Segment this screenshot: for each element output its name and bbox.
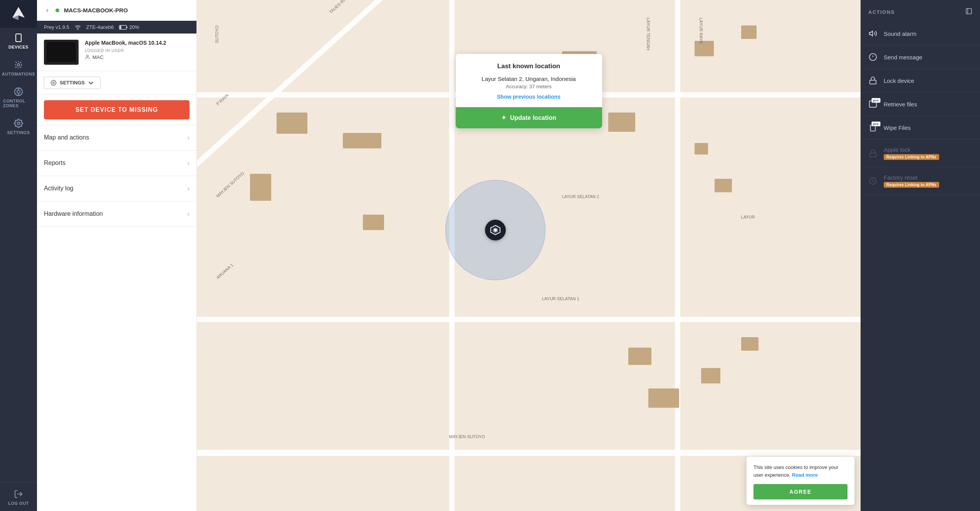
sidebar-header: ‹ MACS-MACBOOK-PRO [37, 0, 196, 21]
action-factory-reset[interactable]: Factory reset Requires Linking to APNs [861, 167, 980, 195]
action-retrieve-files[interactable]: pro Retrieve files [861, 92, 980, 116]
section-hardware-information[interactable]: Hardware information › [37, 202, 196, 227]
gear-icon [50, 80, 57, 86]
sidebar-item-devices[interactable]: DEVICES [0, 28, 37, 55]
svg-point-7 [17, 90, 20, 93]
cookie-agree-button[interactable]: AGREE [753, 484, 847, 499]
missing-button-row: SET DEVICE TO MISSING [37, 95, 196, 125]
actions-panel: ACTIONS Sound alarm Send mes [861, 0, 980, 511]
location-popup: Last known location Layur Selatan 2, Ung… [456, 54, 602, 128]
chevron-right-icon: › [187, 210, 190, 218]
chevron-right-icon: › [187, 134, 190, 142]
sidebar-item-automations[interactable]: AUTOMATIONS [0, 55, 37, 82]
user-icon [85, 54, 90, 60]
map-area[interactable]: KAKAP 1 MAYJEN SUTOYO LAYUR TENGAH LAYUR… [197, 0, 861, 511]
panel-options-button[interactable] [965, 8, 972, 17]
action-send-message[interactable]: Send message [861, 45, 980, 69]
sidebar-item-settings[interactable]: SETTINGS [0, 113, 37, 140]
nav-bottom: LOG OUT [0, 481, 37, 511]
chevron-right-icon: › [187, 185, 190, 193]
section-activity-log[interactable]: Activity log › [37, 176, 196, 202]
action-sound-alarm[interactable]: Sound alarm [861, 22, 980, 45]
road-label-taues: TAUES RAYA [328, 0, 351, 14]
pro-badge: pro [871, 98, 881, 103]
folder-icon-wrap: pro [868, 99, 878, 109]
actions-panel-title: ACTIONS [868, 9, 895, 15]
device-details: Apple MacBook, macOS 10.14.2 LOGGED IN U… [37, 34, 196, 71]
road-label-layur: LAYUR [741, 215, 755, 219]
device-sidebar: ‹ MACS-MACBOOK-PRO Prey v1.9.5 ZTE-4aceb… [37, 0, 197, 511]
battery-indicator: 20% [119, 24, 139, 30]
actions-panel-header: ACTIONS [861, 0, 980, 22]
sidebar-item-control-zones[interactable]: CONTROL ZONES [0, 82, 37, 113]
set-device-missing-button[interactable]: SET DEVICE TO MISSING [44, 100, 190, 119]
chevron-down-icon [88, 80, 94, 86]
battery-percent: 20% [129, 24, 139, 30]
svg-point-5 [15, 62, 22, 68]
action-apple-lock-label: Apple lock [884, 146, 939, 153]
road-label-mayjen: MAYJEN SUTOYO [449, 434, 485, 439]
action-apple-lock[interactable]: Apple lock Requires Linking to APNs [861, 140, 980, 167]
svg-rect-2 [16, 34, 21, 42]
action-retrieve-files-label: Retrieve files [884, 101, 917, 108]
svg-point-16 [87, 55, 89, 57]
svg-rect-27 [870, 80, 876, 84]
section-map-and-actions[interactable]: Map and actions › [37, 125, 196, 151]
update-location-icon: ✦ [501, 114, 506, 121]
settings-button[interactable]: SETTINGS [44, 77, 101, 89]
device-model: Apple MacBook, macOS 10.14.2 [85, 40, 166, 46]
road-label-layur-raya: LAYUR RAYA [699, 18, 703, 44]
action-wipe-files[interactable]: pro Wipe Files [861, 116, 980, 140]
app-logo [0, 0, 37, 28]
reset-disabled-icon [868, 176, 878, 186]
action-lock-device[interactable]: Lock device [861, 69, 980, 92]
pro-badge-wipe: pro [871, 121, 881, 126]
action-lock-device-label: Lock device [884, 77, 914, 84]
svg-point-20 [494, 229, 497, 232]
cookie-read-more-link[interactable]: Read more [792, 472, 818, 478]
map-background: KAKAP 1 MAYJEN SUTOYO LAYUR TENGAH LAYUR… [197, 0, 861, 511]
svg-point-17 [53, 82, 54, 84]
svg-rect-15 [127, 27, 128, 29]
message-icon [868, 52, 878, 62]
logout-button[interactable]: LOG OUT [0, 484, 37, 511]
road-label-sutoyo: SUTOYO [215, 25, 219, 43]
popup-address: Layur Selatan 2, Ungaran, Indonesia [467, 76, 591, 82]
lock-disabled-icon [868, 149, 878, 158]
popup-accuracy: Accuracy: 37 meters [467, 84, 591, 89]
device-status-indicator [55, 8, 59, 12]
sound-icon [868, 29, 878, 38]
settings-row: SETTINGS [37, 71, 196, 95]
action-wipe-files-label: Wipe Files [884, 124, 911, 131]
logged-in-label: LOGGED IN USER [85, 48, 166, 53]
factory-reset-label-group: Factory reset Requires Linking to APNs [884, 174, 939, 188]
section-reports[interactable]: Reports › [37, 151, 196, 176]
road-label-mayjen2: MAYJEN SUTOYO [215, 171, 245, 198]
road-label-aruana: ARUANA 1 [215, 262, 234, 280]
battery-icon [119, 24, 128, 30]
wifi-name: ZTE-4aceb6 [86, 24, 114, 30]
trash-icon-wrap: pro [868, 123, 878, 132]
back-button[interactable]: ‹ [44, 5, 51, 15]
update-location-button[interactable]: ✦ Update location [456, 107, 602, 128]
cookie-banner: This site uses cookies to improve your u… [747, 457, 854, 505]
svg-marker-23 [869, 31, 873, 36]
svg-rect-21 [966, 8, 972, 14]
svg-point-12 [77, 29, 78, 29]
sidebar-sections: Map and actions › Reports › Activity log… [37, 125, 196, 511]
apn-badge-factory-reset: Requires Linking to APNs [884, 182, 939, 188]
device-info-bar: Prey v1.9.5 ZTE-4aceb6 20% [37, 21, 196, 34]
show-previous-locations-link[interactable]: Show previous locations [497, 94, 560, 100]
action-factory-reset-label: Factory reset [884, 174, 939, 181]
cookie-text: This site uses cookies to improve your u… [753, 464, 847, 479]
device-image [44, 40, 79, 65]
road-label-layur-tengah: LAYUR TENGAH [646, 18, 651, 50]
apn-badge-apple-lock: Requires Linking to APNs [884, 154, 939, 160]
wifi-icon [75, 24, 81, 30]
prey-version: Prey v1.9.5 [44, 24, 69, 30]
road-label-layur-sel1: LAYUR SELATAN 1 [542, 296, 579, 301]
device-name: MACS-MACBOOK-PRO [64, 7, 128, 13]
logged-user: MAC [92, 54, 104, 60]
action-sound-alarm-label: Sound alarm [884, 30, 916, 37]
apple-lock-label-group: Apple lock Requires Linking to APNs [884, 146, 939, 160]
